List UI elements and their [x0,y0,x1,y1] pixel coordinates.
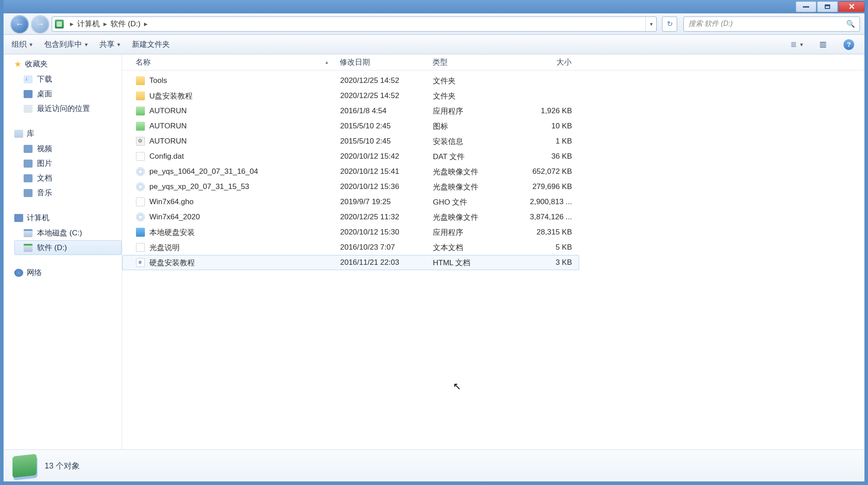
maximize-button[interactable] [817,1,838,12]
file-type: 光盘映像文件 [428,212,520,222]
chevron-down-icon: ▼ [84,42,89,47]
column-size-header[interactable]: 大小 [520,57,577,67]
column-type-header[interactable]: 类型 [427,57,520,67]
file-size: 279,696 KB [520,182,577,191]
nav-pictures[interactable]: 图片 [14,156,122,171]
file-type: 安装信息 [428,136,520,147]
breadcrumb-sep-icon: ▸ [144,20,148,28]
breadcrumb-drive[interactable]: 软件 (D:) [111,19,140,29]
file-row[interactable]: pe_yqs_1064_20_07_31_16_042020/10/12 15:… [122,164,579,179]
new-folder-button[interactable]: 新建文件夹 [132,39,170,49]
gho-icon [136,197,145,206]
disc-icon [136,167,145,176]
back-button[interactable]: ← [11,15,29,33]
column-name-header[interactable]: 名称▲ [130,57,334,67]
file-size: 36 KB [520,152,577,161]
file-type: 应用程序 [428,227,520,238]
file-name: Config.dat [149,152,184,161]
file-size: 2,900,813 ... [520,197,577,206]
file-size: 10 KB [520,122,577,131]
star-icon: ★ [14,59,21,69]
pictures-icon [24,160,33,168]
search-icon: 🔍 [846,20,855,28]
file-date: 2015/5/10 2:45 [335,137,428,146]
nav-videos[interactable]: 视频 [14,141,122,156]
file-name: AUTORUN [149,107,187,115]
html-icon [136,258,145,267]
file-row[interactable]: pe_yqs_xp_20_07_31_15_532020/10/12 15:36… [122,179,579,194]
nav-music[interactable]: 音乐 [14,185,122,200]
nav-downloads[interactable]: 下载 [14,72,122,86]
file-name: 光盘说明 [149,242,180,253]
file-date: 2016/10/23 7:07 [335,243,428,252]
file-row[interactable]: Win7x64_20202020/12/25 11:32光盘映像文件3,874,… [122,210,579,225]
file-row[interactable]: 硬盘安装教程2016/11/21 22:03HTML 文档3 KB [122,255,579,270]
file-date: 2020/10/12 15:42 [335,152,428,161]
minimize-button[interactable] [796,1,816,12]
minimize-icon [803,6,809,8]
maximize-icon [825,4,830,9]
navigation-pane: ★收藏夹 下载 桌面 最近访问的位置 库 视频 图片 文档 音乐 计算机 本地磁… [4,54,122,449]
search-input[interactable]: 搜索 软件 (D:) 🔍 [683,16,860,32]
toolbar: 组织 ▼ 包含到库中 ▼ 共享 ▼ 新建文件夹 ≣ ▼ ▥ ? [4,35,864,54]
forward-button[interactable]: → [31,15,49,33]
nav-recent[interactable]: 最近访问的位置 [14,101,122,116]
chevron-down-icon: ▼ [29,42,33,47]
file-date: 2016/1/8 4:54 [335,107,428,115]
file-size: 28,315 KB [520,228,577,237]
preview-pane-icon: ▥ [819,40,827,49]
file-date: 2020/10/12 15:41 [335,167,428,176]
exe-icon [136,107,145,115]
file-row[interactable]: Win7x64.gho2019/9/7 19:25GHO 文件2,900,813… [122,194,579,210]
refresh-button[interactable]: ↻ [662,16,677,32]
back-icon: ← [15,19,24,29]
nav-documents[interactable]: 文档 [14,171,122,185]
file-type: HTML 文档 [428,258,520,268]
recent-icon [24,105,33,113]
file-row[interactable]: U盘安装教程2020/12/25 14:52文件夹 [122,88,579,103]
nav-computer-header[interactable]: 计算机 [14,213,122,223]
file-row[interactable]: 光盘说明2016/10/23 7:07文本文档5 KB [122,240,579,255]
help-button[interactable]: ? [841,38,856,51]
file-type: 光盘映像文件 [428,167,520,177]
breadcrumb-computer[interactable]: 计算机 [77,19,100,29]
preview-pane-button[interactable]: ▥ [815,38,831,51]
desktop-icon [24,90,33,98]
file-row[interactable]: AUTORUN2015/5/10 2:45图标10 KB [122,119,579,134]
file-row[interactable]: 本地硬盘安装2020/10/12 15:30应用程序28,315 KB [122,225,579,240]
nav-favorites-header[interactable]: ★收藏夹 [14,59,122,69]
folder-icon [136,91,145,100]
file-type: 文件夹 [428,76,520,86]
file-type: DAT 文件 [428,152,520,162]
file-row[interactable]: AUTORUN2015/5/10 2:45安装信息1 KB [122,134,579,149]
nav-network-header[interactable]: 网络 [14,267,122,278]
address-bar-row: ← → ▸ 计算机 ▸ 软件 (D:) ▸ ▾ ↻ 搜索 软件 (D:) 🔍 [4,13,864,35]
file-type: 文本文档 [428,242,520,253]
share-menu[interactable]: 共享 ▼ [99,39,121,49]
close-button[interactable]: ✕ [839,1,864,12]
organize-menu[interactable]: 组织 ▼ [12,39,33,49]
column-date-header[interactable]: 修改日期 [334,57,427,67]
chevron-down-icon: ▼ [116,42,121,47]
drive-icon [24,244,33,252]
view-options-button[interactable]: ≣ ▼ [790,38,805,51]
file-row[interactable]: AUTORUN2016/1/8 4:54应用程序1,926 KB [122,103,579,119]
file-size: 1,926 KB [520,107,577,115]
file-date: 2020/12/25 14:52 [335,76,428,85]
address-bar[interactable]: ▸ 计算机 ▸ 软件 (D:) ▸ ▾ [52,16,657,32]
disc-icon [136,182,145,191]
nav-drive-c[interactable]: 本地磁盘 (C:) [14,226,122,240]
dat-icon [136,152,145,161]
mouse-cursor-icon: ↖ [453,381,461,392]
nav-libraries-header[interactable]: 库 [14,128,122,139]
file-date: 2020/10/12 15:36 [335,182,428,191]
file-type: 应用程序 [428,106,520,116]
file-name: pe_yqs_1064_20_07_31_16_04 [149,167,258,176]
file-row[interactable]: Config.dat2020/10/12 15:42DAT 文件36 KB [122,149,579,164]
nav-desktop[interactable]: 桌面 [14,86,122,101]
address-drop-icon[interactable]: ▾ [646,17,656,31]
include-in-library-menu[interactable]: 包含到库中 ▼ [44,39,89,49]
nav-drive-d[interactable]: 软件 (D:) [14,240,122,255]
file-row[interactable]: Tools2020/12/25 14:52文件夹 [122,73,579,88]
file-size: 652,072 KB [520,167,577,176]
